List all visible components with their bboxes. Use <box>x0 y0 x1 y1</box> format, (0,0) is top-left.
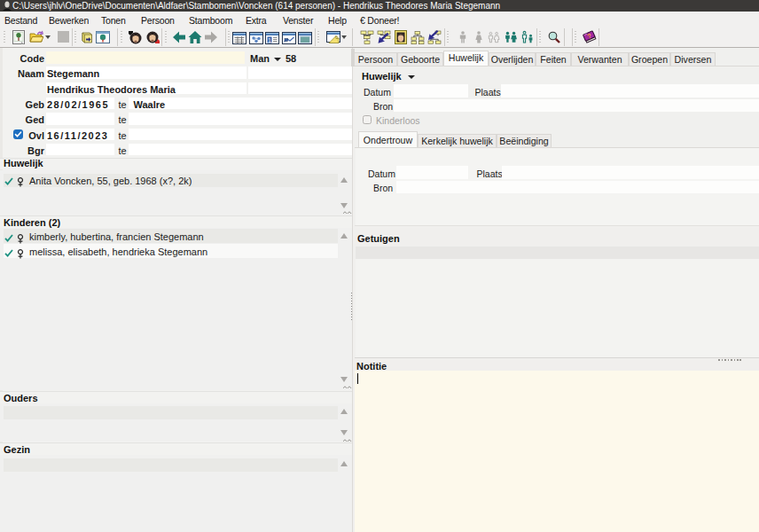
svg-text:1: 1 <box>268 37 271 43</box>
